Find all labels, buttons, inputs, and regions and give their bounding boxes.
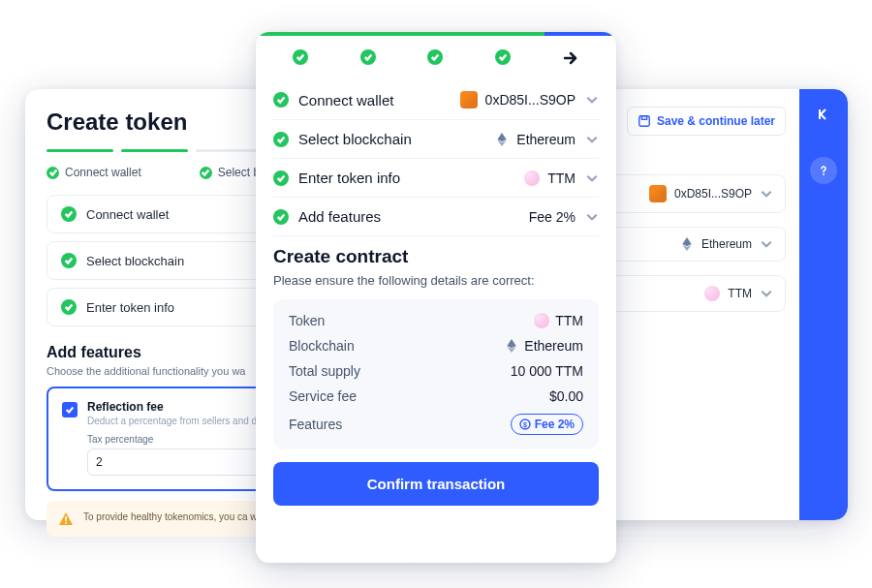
summary-key: Service fee (289, 388, 357, 404)
row-enter-token-info[interactable]: Enter token info TTM (273, 159, 599, 198)
chevron-down-icon (760, 187, 773, 201)
check-icon (427, 49, 443, 65)
row-select-blockchain[interactable]: Select blockchain Ethereum (273, 120, 599, 159)
progress-dots (256, 36, 616, 80)
step-label: Connect wallet (65, 166, 141, 179)
check-icon (61, 299, 77, 315)
row-value: TTM (547, 170, 576, 186)
ethereum-icon (680, 237, 694, 251)
svg-point-5 (823, 173, 825, 175)
chevron-down-icon (585, 210, 599, 224)
confirm-transaction-button[interactable]: Confirm transaction (273, 462, 599, 506)
row-label: Add features (298, 208, 519, 225)
ethereum-icon (505, 339, 518, 353)
svg-rect-3 (641, 116, 646, 120)
create-contract-modal: Connect wallet 0xD85I...S9OP Select bloc… (256, 32, 616, 563)
svg-text:$: $ (523, 421, 527, 429)
summary-value: $0.00 (549, 388, 583, 404)
step-card-label: Enter token info (86, 300, 174, 315)
summary-key: Token (289, 313, 325, 328)
arrow-right-icon (562, 49, 579, 67)
summary-key: Blockchain (289, 338, 355, 354)
check-icon (293, 49, 308, 65)
warning-icon (58, 511, 74, 527)
metamask-icon (649, 185, 667, 202)
check-icon (61, 206, 77, 222)
row-label: Connect wallet (298, 92, 451, 108)
chevron-down-icon (760, 237, 773, 251)
check-icon (61, 253, 77, 268)
row-add-features[interactable]: Add features Fee 2% (273, 198, 599, 236)
row-value: 0xD85I...S9OP (485, 92, 576, 108)
chevron-down-icon (760, 287, 773, 300)
side-rail (799, 89, 848, 520)
section-sub: Please ensure the following details are … (273, 273, 599, 288)
chevron-down-icon (585, 93, 599, 107)
ttm-icon (524, 170, 540, 186)
save-continue-button[interactable]: Save & continue later (627, 107, 786, 136)
chevron-down-icon (585, 171, 599, 185)
check-icon (47, 167, 59, 179)
svg-rect-0 (65, 516, 67, 521)
ttm-icon (704, 286, 720, 301)
summary-value: Ethereum (524, 338, 583, 354)
dollar-icon: $ (519, 418, 531, 430)
check-icon (273, 92, 289, 108)
summary-key: Total supply (289, 363, 360, 379)
summary-key: Features (289, 417, 342, 432)
save-icon (638, 114, 651, 128)
save-button-label: Save & continue later (657, 114, 775, 128)
summary-value: TTM (555, 313, 583, 328)
ttm-icon (534, 313, 549, 328)
checkbox-icon[interactable] (62, 402, 78, 418)
ethereum-icon (495, 133, 509, 146)
step-card-label: Select blockchain (86, 254, 184, 268)
chevron-down-icon (585, 133, 599, 146)
row-label: Enter token info (298, 170, 514, 186)
check-icon (200, 167, 212, 179)
step-card-label: Connect wallet (86, 207, 169, 222)
check-icon (360, 49, 376, 65)
summary-card-value: 0xD85I...S9OP (674, 187, 752, 201)
metamask-icon (460, 91, 478, 108)
fee-pill: $ Fee 2% (511, 414, 583, 435)
row-connect-wallet[interactable]: Connect wallet 0xD85I...S9OP (273, 80, 599, 120)
summary-card-value: Ethereum (701, 237, 752, 251)
check-icon (273, 209, 289, 225)
check-icon (273, 170, 289, 186)
row-value: Ethereum (516, 132, 576, 147)
section-title: Create contract (273, 246, 599, 267)
fee-pill-label: Fee 2% (535, 418, 575, 431)
svg-rect-2 (639, 116, 650, 127)
summary-card-value: TTM (728, 287, 752, 300)
check-icon (495, 49, 511, 65)
help-button[interactable] (810, 157, 837, 184)
row-value: Fee 2% (529, 209, 576, 225)
question-icon (817, 164, 830, 177)
svg-rect-1 (65, 522, 67, 524)
check-icon (273, 132, 289, 147)
contract-summary: TokenTTM BlockchainEthereum Total supply… (273, 299, 599, 449)
collapse-icon[interactable] (816, 107, 831, 126)
summary-value: 10 000 TTM (511, 363, 583, 379)
row-label: Select blockchain (298, 131, 485, 147)
